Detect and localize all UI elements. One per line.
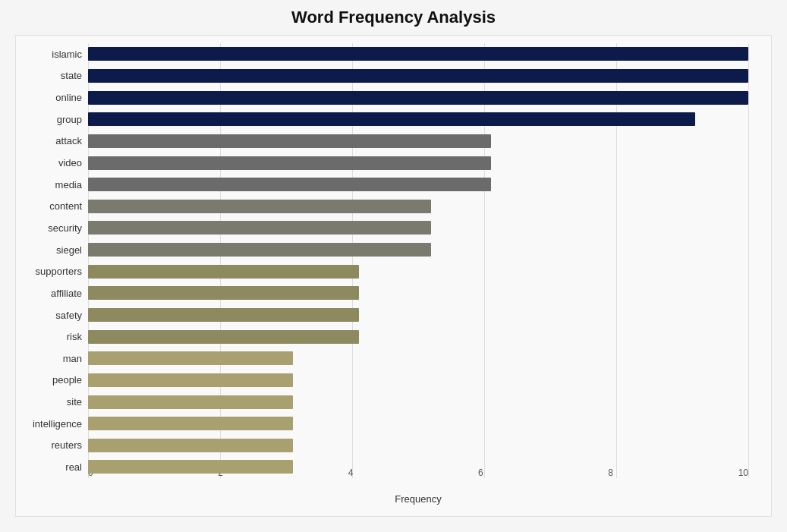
y-labels: islamicstateonlinegroupattackvideomediac… xyxy=(24,43,88,478)
y-label-site: site xyxy=(67,397,82,407)
chart-inner: islamicstateonlinegroupattackvideomediac… xyxy=(24,43,748,478)
bar-video xyxy=(88,156,491,170)
y-label-real: real xyxy=(65,462,82,472)
y-label-state: state xyxy=(61,71,82,80)
y-label-man: man xyxy=(63,354,82,364)
y-label-supporters: supporters xyxy=(36,266,82,276)
bar-attack xyxy=(88,134,491,148)
grid-line xyxy=(748,43,749,478)
bar-row xyxy=(88,415,748,432)
bar-islamic xyxy=(88,47,748,61)
bar-siegel xyxy=(88,243,431,257)
bar-row xyxy=(88,437,748,454)
y-label-affiliate: affiliate xyxy=(51,288,82,298)
bar-reuters xyxy=(88,439,293,452)
bars-area: 0246810 Frequency xyxy=(88,43,748,478)
bar-row xyxy=(88,90,748,106)
bar-row xyxy=(88,307,748,323)
bar-row xyxy=(88,176,748,193)
bar-row xyxy=(88,68,748,84)
y-label-siegel: siegel xyxy=(56,245,82,255)
bar-row xyxy=(88,241,748,258)
bar-security xyxy=(88,221,431,235)
y-label-group: group xyxy=(57,115,82,124)
bar-row xyxy=(88,111,748,127)
y-label-reuters: reuters xyxy=(52,440,82,450)
x-axis-label: Frequency xyxy=(395,493,441,505)
chart-title: Word Frequency Analysis xyxy=(291,8,496,27)
bar-row xyxy=(88,46,748,62)
y-label-intelligence: intelligence xyxy=(33,419,82,429)
y-label-safety: safety xyxy=(55,310,82,320)
bar-row xyxy=(88,219,748,236)
bar-row xyxy=(88,350,748,367)
bar-row xyxy=(88,329,748,345)
y-label-risk: risk xyxy=(67,332,82,342)
bar-row xyxy=(88,155,748,172)
chart-container: islamicstateonlinegroupattackvideomediac… xyxy=(15,35,772,517)
bar-row xyxy=(88,198,748,215)
y-label-media: media xyxy=(55,180,82,190)
bar-row xyxy=(88,372,748,389)
y-label-attack: attack xyxy=(55,136,82,146)
bar-row xyxy=(88,263,748,280)
bar-people xyxy=(88,373,293,387)
bar-state xyxy=(88,69,748,83)
bar-content xyxy=(88,200,431,213)
bar-man xyxy=(88,351,293,365)
y-label-content: content xyxy=(49,201,82,211)
bar-media xyxy=(88,178,491,191)
bar-risk xyxy=(88,330,359,344)
bar-real xyxy=(88,460,293,474)
bar-online xyxy=(88,91,748,105)
bar-site xyxy=(88,395,293,409)
y-label-online: online xyxy=(55,93,82,102)
y-label-video: video xyxy=(58,158,82,168)
y-label-islamic: islamic xyxy=(52,49,82,59)
bar-intelligence xyxy=(88,417,293,430)
bar-affiliate xyxy=(88,286,359,300)
bar-row xyxy=(88,394,748,411)
bar-row xyxy=(88,133,748,150)
y-label-people: people xyxy=(52,375,82,385)
bar-group xyxy=(88,112,695,126)
bar-safety xyxy=(88,308,359,322)
bar-supporters xyxy=(88,265,359,279)
bar-row xyxy=(88,458,748,475)
y-label-security: security xyxy=(48,223,82,233)
bar-row xyxy=(88,285,748,301)
